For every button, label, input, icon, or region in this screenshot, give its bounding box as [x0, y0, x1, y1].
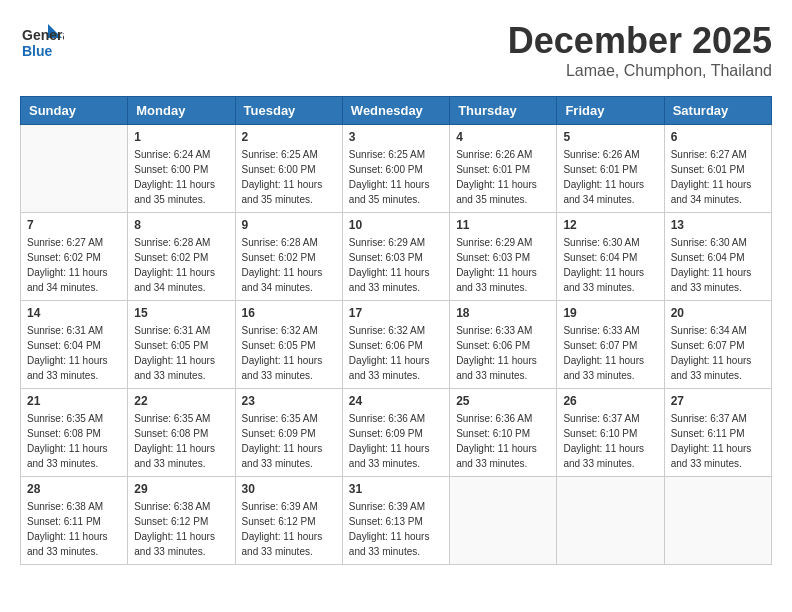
- day-info: Sunrise: 6:35 AMSunset: 6:08 PMDaylight:…: [27, 411, 121, 471]
- day-number: 19: [563, 306, 657, 320]
- calendar-cell: 2Sunrise: 6:25 AMSunset: 6:00 PMDaylight…: [235, 125, 342, 213]
- day-number: 6: [671, 130, 765, 144]
- day-info: Sunrise: 6:35 AMSunset: 6:08 PMDaylight:…: [134, 411, 228, 471]
- day-info: Sunrise: 6:32 AMSunset: 6:05 PMDaylight:…: [242, 323, 336, 383]
- calendar-cell: 13Sunrise: 6:30 AMSunset: 6:04 PMDayligh…: [664, 213, 771, 301]
- day-info: Sunrise: 6:26 AMSunset: 6:01 PMDaylight:…: [563, 147, 657, 207]
- calendar-cell: 30Sunrise: 6:39 AMSunset: 6:12 PMDayligh…: [235, 477, 342, 565]
- calendar-cell: 31Sunrise: 6:39 AMSunset: 6:13 PMDayligh…: [342, 477, 449, 565]
- day-number: 7: [27, 218, 121, 232]
- calendar-cell: 24Sunrise: 6:36 AMSunset: 6:09 PMDayligh…: [342, 389, 449, 477]
- day-info: Sunrise: 6:29 AMSunset: 6:03 PMDaylight:…: [456, 235, 550, 295]
- day-info: Sunrise: 6:38 AMSunset: 6:12 PMDaylight:…: [134, 499, 228, 559]
- day-number: 29: [134, 482, 228, 496]
- calendar-week-row: 1Sunrise: 6:24 AMSunset: 6:00 PMDaylight…: [21, 125, 772, 213]
- day-number: 17: [349, 306, 443, 320]
- calendar-cell: 20Sunrise: 6:34 AMSunset: 6:07 PMDayligh…: [664, 301, 771, 389]
- calendar-cell: 11Sunrise: 6:29 AMSunset: 6:03 PMDayligh…: [450, 213, 557, 301]
- calendar-cell: 5Sunrise: 6:26 AMSunset: 6:01 PMDaylight…: [557, 125, 664, 213]
- calendar-cell: 7Sunrise: 6:27 AMSunset: 6:02 PMDaylight…: [21, 213, 128, 301]
- title-area: December 2025 Lamae, Chumphon, Thailand: [508, 20, 772, 80]
- day-number: 21: [27, 394, 121, 408]
- calendar-cell: 19Sunrise: 6:33 AMSunset: 6:07 PMDayligh…: [557, 301, 664, 389]
- day-number: 23: [242, 394, 336, 408]
- calendar-cell: 17Sunrise: 6:32 AMSunset: 6:06 PMDayligh…: [342, 301, 449, 389]
- location-title: Lamae, Chumphon, Thailand: [508, 62, 772, 80]
- calendar-cell: 22Sunrise: 6:35 AMSunset: 6:08 PMDayligh…: [128, 389, 235, 477]
- day-info: Sunrise: 6:25 AMSunset: 6:00 PMDaylight:…: [349, 147, 443, 207]
- day-info: Sunrise: 6:36 AMSunset: 6:09 PMDaylight:…: [349, 411, 443, 471]
- calendar-cell: 23Sunrise: 6:35 AMSunset: 6:09 PMDayligh…: [235, 389, 342, 477]
- day-info: Sunrise: 6:27 AMSunset: 6:02 PMDaylight:…: [27, 235, 121, 295]
- day-info: Sunrise: 6:33 AMSunset: 6:06 PMDaylight:…: [456, 323, 550, 383]
- day-number: 9: [242, 218, 336, 232]
- calendar-cell: 4Sunrise: 6:26 AMSunset: 6:01 PMDaylight…: [450, 125, 557, 213]
- day-number: 24: [349, 394, 443, 408]
- calendar-cell: 16Sunrise: 6:32 AMSunset: 6:05 PMDayligh…: [235, 301, 342, 389]
- calendar-week-row: 14Sunrise: 6:31 AMSunset: 6:04 PMDayligh…: [21, 301, 772, 389]
- day-number: 20: [671, 306, 765, 320]
- day-info: Sunrise: 6:32 AMSunset: 6:06 PMDaylight:…: [349, 323, 443, 383]
- day-info: Sunrise: 6:39 AMSunset: 6:12 PMDaylight:…: [242, 499, 336, 559]
- calendar-cell: 1Sunrise: 6:24 AMSunset: 6:00 PMDaylight…: [128, 125, 235, 213]
- svg-text:Blue: Blue: [22, 43, 53, 59]
- calendar-cell: 8Sunrise: 6:28 AMSunset: 6:02 PMDaylight…: [128, 213, 235, 301]
- calendar-cell: 15Sunrise: 6:31 AMSunset: 6:05 PMDayligh…: [128, 301, 235, 389]
- weekday-header: Friday: [557, 97, 664, 125]
- day-info: Sunrise: 6:24 AMSunset: 6:00 PMDaylight:…: [134, 147, 228, 207]
- day-info: Sunrise: 6:39 AMSunset: 6:13 PMDaylight:…: [349, 499, 443, 559]
- day-number: 11: [456, 218, 550, 232]
- calendar-cell: 25Sunrise: 6:36 AMSunset: 6:10 PMDayligh…: [450, 389, 557, 477]
- calendar-cell: 26Sunrise: 6:37 AMSunset: 6:10 PMDayligh…: [557, 389, 664, 477]
- weekday-header: Wednesday: [342, 97, 449, 125]
- day-info: Sunrise: 6:29 AMSunset: 6:03 PMDaylight:…: [349, 235, 443, 295]
- calendar-table: SundayMondayTuesdayWednesdayThursdayFrid…: [20, 96, 772, 565]
- day-number: 18: [456, 306, 550, 320]
- weekday-header: Thursday: [450, 97, 557, 125]
- day-number: 5: [563, 130, 657, 144]
- day-info: Sunrise: 6:30 AMSunset: 6:04 PMDaylight:…: [671, 235, 765, 295]
- logo-svg: GeneralBlue: [20, 20, 64, 64]
- day-info: Sunrise: 6:37 AMSunset: 6:10 PMDaylight:…: [563, 411, 657, 471]
- svg-text:General: General: [22, 27, 64, 43]
- day-number: 27: [671, 394, 765, 408]
- day-number: 4: [456, 130, 550, 144]
- calendar-cell: 21Sunrise: 6:35 AMSunset: 6:08 PMDayligh…: [21, 389, 128, 477]
- calendar-cell: 10Sunrise: 6:29 AMSunset: 6:03 PMDayligh…: [342, 213, 449, 301]
- day-number: 2: [242, 130, 336, 144]
- weekday-header: Monday: [128, 97, 235, 125]
- calendar-cell: 29Sunrise: 6:38 AMSunset: 6:12 PMDayligh…: [128, 477, 235, 565]
- calendar-week-row: 7Sunrise: 6:27 AMSunset: 6:02 PMDaylight…: [21, 213, 772, 301]
- day-number: 26: [563, 394, 657, 408]
- day-info: Sunrise: 6:33 AMSunset: 6:07 PMDaylight:…: [563, 323, 657, 383]
- day-number: 28: [27, 482, 121, 496]
- day-number: 16: [242, 306, 336, 320]
- calendar-cell: 18Sunrise: 6:33 AMSunset: 6:06 PMDayligh…: [450, 301, 557, 389]
- day-info: Sunrise: 6:28 AMSunset: 6:02 PMDaylight:…: [242, 235, 336, 295]
- day-number: 22: [134, 394, 228, 408]
- calendar-week-row: 28Sunrise: 6:38 AMSunset: 6:11 PMDayligh…: [21, 477, 772, 565]
- day-info: Sunrise: 6:28 AMSunset: 6:02 PMDaylight:…: [134, 235, 228, 295]
- page-header: GeneralBlue December 2025 Lamae, Chumpho…: [20, 20, 772, 80]
- day-info: Sunrise: 6:25 AMSunset: 6:00 PMDaylight:…: [242, 147, 336, 207]
- day-info: Sunrise: 6:31 AMSunset: 6:05 PMDaylight:…: [134, 323, 228, 383]
- day-number: 3: [349, 130, 443, 144]
- day-number: 25: [456, 394, 550, 408]
- calendar-cell: 3Sunrise: 6:25 AMSunset: 6:00 PMDaylight…: [342, 125, 449, 213]
- day-number: 31: [349, 482, 443, 496]
- day-number: 1: [134, 130, 228, 144]
- calendar-cell: 6Sunrise: 6:27 AMSunset: 6:01 PMDaylight…: [664, 125, 771, 213]
- calendar-cell: 28Sunrise: 6:38 AMSunset: 6:11 PMDayligh…: [21, 477, 128, 565]
- day-number: 12: [563, 218, 657, 232]
- calendar-week-row: 21Sunrise: 6:35 AMSunset: 6:08 PMDayligh…: [21, 389, 772, 477]
- calendar-cell: 27Sunrise: 6:37 AMSunset: 6:11 PMDayligh…: [664, 389, 771, 477]
- day-number: 13: [671, 218, 765, 232]
- weekday-header: Tuesday: [235, 97, 342, 125]
- calendar-cell: [21, 125, 128, 213]
- calendar-cell: [450, 477, 557, 565]
- day-number: 14: [27, 306, 121, 320]
- day-number: 30: [242, 482, 336, 496]
- day-number: 10: [349, 218, 443, 232]
- weekday-header: Saturday: [664, 97, 771, 125]
- calendar-cell: [664, 477, 771, 565]
